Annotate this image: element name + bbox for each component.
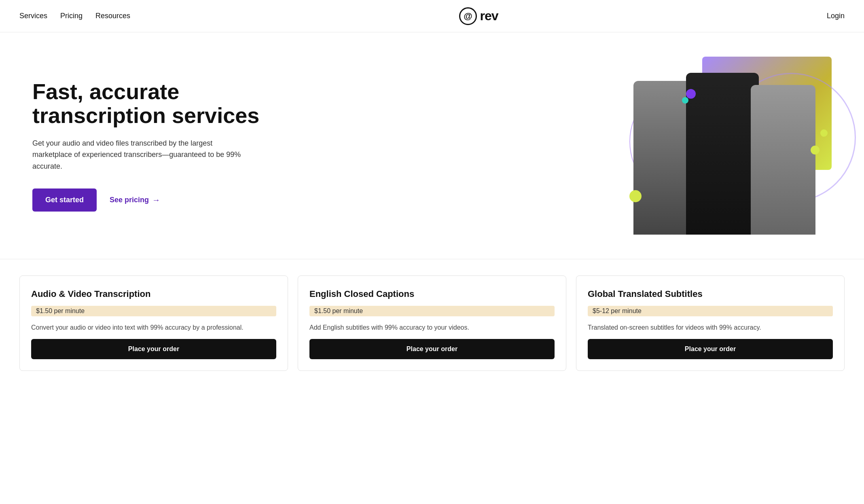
decorative-dot-purple-1: [686, 89, 696, 99]
card-1-description: Convert your audio or video into text wi…: [31, 323, 276, 332]
nav-services[interactable]: Services: [19, 12, 47, 20]
nav-pricing[interactable]: Pricing: [60, 12, 83, 20]
card-2-price: $1.50 per minute: [309, 306, 555, 316]
card-1-title: Audio & Video Transcription: [31, 289, 276, 299]
hero-content: Fast, accurate transcription services Ge…: [32, 80, 275, 212]
hero-section: Fast, accurate transcription services Ge…: [0, 32, 864, 259]
person-2-silhouette: [686, 73, 759, 235]
hero-description: Get your audio and video files transcrib…: [32, 138, 243, 172]
nav-right: Login: [827, 12, 845, 20]
see-pricing-link[interactable]: See pricing →: [110, 195, 160, 205]
site-logo[interactable]: @ rev: [459, 7, 498, 25]
card-2-order-button[interactable]: Place your order: [309, 339, 555, 359]
decorative-dot-teal: [682, 97, 688, 104]
card-3-description: Translated on-screen subtitles for video…: [588, 323, 833, 332]
nav-resources[interactable]: Resources: [95, 12, 130, 20]
card-3-order-button[interactable]: Place your order: [588, 339, 833, 359]
card-captions: English Closed Captions $1.50 per minute…: [298, 275, 566, 371]
nav-left: Services Pricing Resources: [19, 12, 130, 20]
card-2-description: Add English subtitles with 99% accuracy …: [309, 323, 555, 332]
card-subtitles: Global Translated Subtitles $5-12 per mi…: [576, 275, 845, 371]
arrow-icon: →: [152, 195, 160, 205]
card-transcription: Audio & Video Transcription $1.50 per mi…: [19, 275, 288, 371]
card-2-title: English Closed Captions: [309, 289, 555, 299]
decorative-dot-yellow-3: [811, 146, 820, 155]
hero-image-area: [605, 57, 832, 235]
person-3-silhouette: [751, 85, 815, 235]
navbar: Services Pricing Resources @ rev Login: [0, 0, 864, 32]
get-started-button[interactable]: Get started: [32, 188, 97, 212]
card-3-title: Global Translated Subtitles: [588, 289, 833, 299]
login-link[interactable]: Login: [827, 12, 845, 20]
service-cards-section: Audio & Video Transcription $1.50 per mi…: [0, 259, 864, 387]
logo-at-symbol: @: [459, 7, 477, 25]
decorative-dot-yellow-1: [629, 190, 642, 202]
hero-heading: Fast, accurate transcription services: [32, 80, 275, 128]
hero-cta-group: Get started See pricing →: [32, 188, 275, 212]
hero-people-image: [621, 65, 832, 235]
card-3-price: $5-12 per minute: [588, 306, 833, 316]
card-1-order-button[interactable]: Place your order: [31, 339, 276, 359]
decorative-dot-yellow-2: [820, 129, 828, 137]
card-1-price: $1.50 per minute: [31, 306, 276, 316]
